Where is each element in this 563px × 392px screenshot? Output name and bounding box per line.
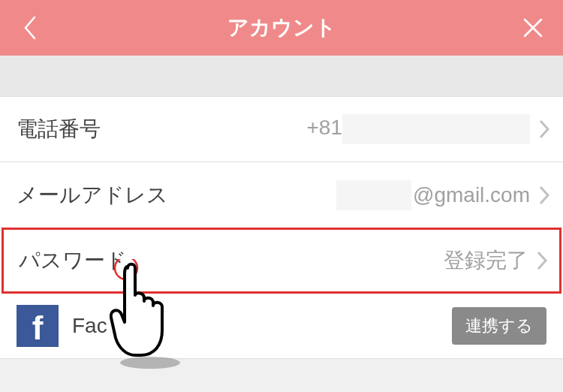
close-icon[interactable]	[521, 16, 545, 40]
settings-list: 電話番号 +81 メールアドレス @gmail.com パスワード 登録完了	[0, 96, 563, 359]
row-password[interactable]: パスワード 登録完了	[2, 228, 561, 294]
email-label: メールアドレス	[17, 181, 168, 210]
section-spacer	[0, 56, 563, 96]
email-value: @gmail.com	[336, 180, 530, 210]
phone-value: +81	[307, 114, 531, 144]
page-title: アカウント	[227, 14, 336, 42]
facebook-icon: f	[17, 305, 59, 347]
chevron-right-icon	[536, 183, 552, 207]
row-facebook: f Fac 連携する	[0, 293, 563, 359]
row-email[interactable]: メールアドレス @gmail.com	[0, 162, 563, 228]
phone-label: 電話番号	[17, 115, 101, 143]
header: アカウント	[0, 0, 563, 56]
row-phone[interactable]: 電話番号 +81	[0, 96, 563, 162]
password-label: パスワード	[19, 246, 127, 275]
back-icon[interactable]	[18, 16, 42, 40]
facebook-label: Fac	[72, 314, 107, 338]
chevron-right-icon	[534, 249, 550, 273]
link-facebook-button[interactable]: 連携する	[452, 307, 546, 345]
chevron-right-icon	[536, 117, 552, 141]
password-value: 登録完了	[444, 246, 528, 275]
